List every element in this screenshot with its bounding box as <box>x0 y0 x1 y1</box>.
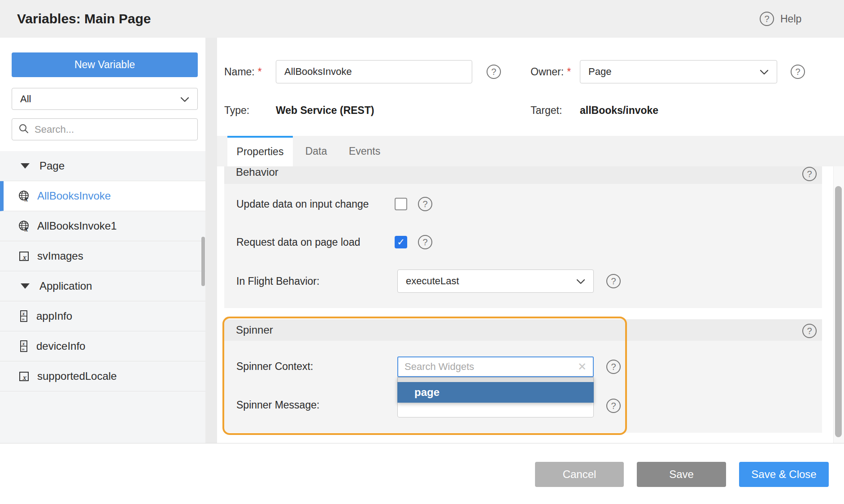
help-link[interactable]: Help <box>780 0 801 38</box>
name-field[interactable] <box>276 60 472 83</box>
search-icon <box>18 123 29 136</box>
variable-filter-value: All <box>20 93 31 105</box>
svg-text:x: x <box>22 374 27 381</box>
update-data-label: Update data on input change <box>236 192 369 216</box>
tree-group-label: Application <box>39 280 92 292</box>
spinner-context-search[interactable]: ✕ <box>397 356 594 377</box>
owner-select[interactable]: Page <box>580 60 777 83</box>
tree-item-supportedlocale[interactable]: x supportedLocale <box>0 361 205 391</box>
help-icon[interactable]: ? <box>606 274 621 288</box>
caret-down-icon[interactable] <box>21 163 30 169</box>
help-icon[interactable]: ? <box>487 65 501 79</box>
save-button[interactable]: Save <box>637 462 726 487</box>
help-icon[interactable]: ? <box>760 12 774 26</box>
page-title: Variables: Main Page <box>17 0 151 38</box>
tree-item-label: AllBooksInvoke <box>37 190 111 202</box>
help-icon[interactable]: ? <box>418 235 432 249</box>
target-label: Target: <box>531 99 562 122</box>
spinner-context-dropdown: page <box>397 377 594 403</box>
dropdown-empty-row <box>397 377 594 382</box>
save-and-close-button[interactable]: Save & Close <box>739 462 829 487</box>
owner-label: Owner:* <box>531 60 571 83</box>
variable-filter-select[interactable]: All <box>12 88 198 110</box>
chevron-down-icon <box>180 93 189 105</box>
tree-item-allbooksinvoke[interactable]: x AllBooksInvoke <box>0 181 205 211</box>
static-variable-icon: x <box>18 250 30 262</box>
type-value: Web Service (REST) <box>276 99 374 122</box>
static-variable-icon: x <box>18 370 30 382</box>
search-input[interactable] <box>35 124 191 135</box>
in-flight-value: executeLast <box>406 275 459 287</box>
update-data-checkbox[interactable] <box>395 198 407 210</box>
tree-item-deviceinfo[interactable]: x∞ deviceInfo <box>0 331 205 361</box>
tree-group-label: Page <box>39 160 65 172</box>
tree-group-application[interactable]: Application <box>0 271 205 301</box>
svg-text:∞: ∞ <box>22 347 25 352</box>
variables-dialog: Variables: Main Page ? Help New Variable… <box>0 0 844 504</box>
sidebar-scrollbar-thumb[interactable] <box>201 237 205 286</box>
service-variable-icon: x <box>18 220 30 232</box>
spinner-section-title: Spinner <box>236 319 273 341</box>
spinner-context-label: Spinner Context: <box>236 355 313 378</box>
service-variable-icon: x <box>18 190 30 202</box>
tree-item-label: AllBooksInvoke1 <box>37 220 117 232</box>
new-variable-button[interactable]: New Variable <box>12 52 198 77</box>
object-variable-icon: x∞ <box>18 309 30 323</box>
type-label: Type: <box>224 99 249 122</box>
spinner-context-input[interactable] <box>405 361 574 373</box>
required-marker: * <box>567 66 571 78</box>
tree-item-appinfo[interactable]: x∞ appInfo <box>0 301 205 331</box>
tab-data[interactable]: Data <box>296 136 336 166</box>
help-icon[interactable]: ? <box>418 197 432 211</box>
object-variable-icon: x∞ <box>18 339 30 353</box>
panel-divider <box>205 38 217 443</box>
dropdown-option-page[interactable]: page <box>397 382 594 403</box>
clear-icon[interactable]: ✕ <box>578 361 587 372</box>
tree-item-label: appInfo <box>36 310 72 322</box>
target-value: allBooks/invoke <box>580 99 658 122</box>
svg-text:x: x <box>22 311 25 316</box>
tab-properties[interactable]: Properties <box>227 136 293 166</box>
name-label: Name:* <box>224 60 262 83</box>
tree-group-page[interactable]: Page <box>0 151 205 181</box>
caret-down-icon[interactable] <box>21 283 30 289</box>
help-icon[interactable]: ? <box>606 360 621 374</box>
spinner-message-label: Spinner Message: <box>236 393 319 417</box>
help-icon[interactable]: ? <box>606 399 621 413</box>
help-icon[interactable]: ? <box>802 167 817 181</box>
svg-text:x: x <box>22 254 27 261</box>
spinner-section-header: Spinner <box>224 319 822 341</box>
cancel-button[interactable]: Cancel <box>535 462 624 487</box>
request-data-checkbox[interactable] <box>395 236 407 248</box>
tree-item-allbooksinvoke1[interactable]: x AllBooksInvoke1 <box>0 211 205 241</box>
in-flight-label: In Flight Behavior: <box>236 269 319 293</box>
required-marker: * <box>258 66 262 78</box>
in-flight-select[interactable]: executeLast <box>397 269 594 293</box>
sidebar-search[interactable] <box>12 118 198 140</box>
svg-text:∞: ∞ <box>22 317 25 322</box>
tab-events[interactable]: Events <box>340 136 389 166</box>
chevron-down-icon <box>576 275 585 287</box>
request-data-label: Request data on page load <box>236 230 360 254</box>
chevron-down-icon <box>760 66 769 78</box>
main-scrollbar-thumb[interactable] <box>835 186 842 437</box>
tree-item-label: supportedLocale <box>37 370 117 382</box>
variables-tree: Page x AllBooksInvoke x AllBooksInvoke1 … <box>0 151 205 443</box>
tree-item-label: deviceInfo <box>36 340 85 352</box>
owner-value: Page <box>588 66 611 78</box>
tree-item-label: svImages <box>37 250 83 262</box>
help-icon[interactable]: ? <box>791 65 805 79</box>
footer-divider <box>0 443 844 443</box>
help-icon[interactable]: ? <box>802 324 817 338</box>
tree-item-svimages[interactable]: x svImages <box>0 241 205 271</box>
svg-text:x: x <box>22 341 25 346</box>
